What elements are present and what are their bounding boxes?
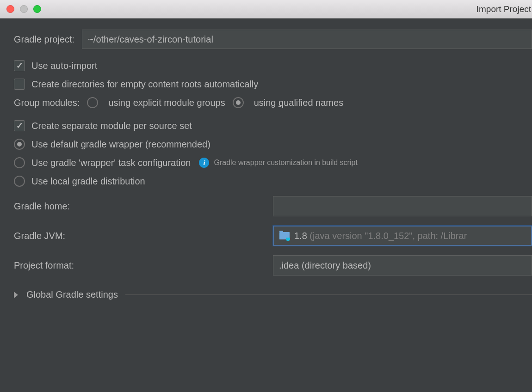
group-explicit-label: using explicit module groups (108, 98, 225, 108)
wrapper-local-label: Use local gradle distribution (31, 176, 145, 187)
separate-module-row[interactable]: Create separate module per source set (14, 120, 532, 131)
project-format-select[interactable]: .idea (directory based) (273, 255, 532, 276)
gradle-project-input[interactable] (82, 30, 532, 49)
separate-module-label: Create separate module per source set (31, 121, 192, 131)
separate-module-checkbox[interactable] (14, 120, 25, 131)
expand-icon[interactable] (14, 292, 18, 298)
wrapper-task-row[interactable]: Use gradle 'wrapper' task configuration … (14, 157, 532, 168)
project-format-label: Project format: (14, 260, 273, 271)
gradle-home-input[interactable] (273, 196, 532, 216)
gradle-home-row: Gradle home: (14, 196, 532, 216)
close-button[interactable] (6, 5, 14, 13)
minimize-button[interactable] (20, 5, 28, 13)
maximize-button[interactable] (33, 5, 41, 13)
wrapper-task-radio[interactable] (14, 157, 25, 168)
info-icon: i (199, 158, 209, 168)
auto-import-row[interactable]: Use auto-import (14, 60, 532, 71)
create-dirs-checkbox[interactable] (14, 79, 25, 90)
gradle-home-label: Gradle home: (14, 201, 273, 212)
gradle-jvm-value: 1.8 (java version "1.8.0_152", path: /Li… (294, 231, 467, 241)
gradle-project-row: Gradle project: (14, 30, 532, 49)
create-dirs-label: Create directories for empty content roo… (31, 79, 258, 90)
dialog-content: Gradle project: Use auto-import Create d… (0, 18, 532, 300)
auto-import-label: Use auto-import (31, 61, 97, 71)
wrapper-default-label: Use default gradle wrapper (recommended) (31, 139, 210, 150)
global-gradle-section[interactable]: Global Gradle settings (14, 289, 532, 300)
gradle-jvm-label: Gradle JVM: (14, 231, 273, 241)
jdk-folder-icon (279, 232, 290, 239)
group-qualified-label: using qualified names (254, 98, 343, 108)
wrapper-default-radio[interactable] (14, 139, 25, 150)
gradle-jvm-row: Gradle JVM: 1.8 (java version "1.8.0_152… (14, 226, 532, 246)
gradle-jvm-select[interactable]: 1.8 (java version "1.8.0_152", path: /Li… (273, 226, 532, 246)
group-modules-row: Group modules: using explicit module gro… (14, 97, 532, 108)
group-qualified-radio[interactable] (233, 97, 244, 108)
group-modules-label: Group modules: (14, 98, 80, 108)
group-explicit-radio[interactable] (87, 97, 98, 108)
global-gradle-label: Global Gradle settings (26, 289, 118, 300)
create-dirs-row[interactable]: Create directories for empty content roo… (14, 79, 532, 90)
project-format-value: .idea (directory based) (279, 260, 371, 271)
wrapper-task-hint: Gradle wrapper customization in build sc… (214, 159, 357, 167)
titlebar: Import Project (0, 0, 532, 18)
traffic-lights (0, 5, 41, 13)
auto-import-checkbox[interactable] (14, 60, 25, 71)
gradle-project-label: Gradle project: (14, 34, 74, 45)
wrapper-task-label: Use gradle 'wrapper' task configuration (31, 158, 191, 168)
project-format-row: Project format: .idea (directory based) (14, 255, 532, 276)
wrapper-local-radio[interactable] (14, 176, 25, 187)
window-title: Import Project (476, 0, 532, 18)
wrapper-default-row[interactable]: Use default gradle wrapper (recommended) (14, 139, 532, 150)
separator-line (125, 294, 532, 295)
wrapper-local-row[interactable]: Use local gradle distribution (14, 176, 532, 187)
